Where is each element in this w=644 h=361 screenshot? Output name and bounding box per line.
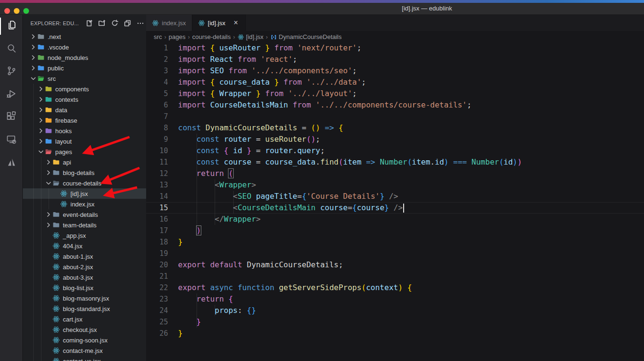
tree-item-label: checkout.jsx	[63, 326, 97, 333]
tree-item-event-details[interactable]: event-details	[23, 209, 146, 220]
tree-item-checkout.jsx[interactable]: checkout.jsx	[23, 324, 146, 335]
tree-item-hooks[interactable]: hooks	[23, 126, 146, 136]
tree-item-data[interactable]: data	[23, 105, 146, 115]
code-line-20[interactable]: 20export default DynamicCourseDetails;	[146, 259, 644, 271]
tree-item-[id].jsx[interactable]: [id].jsx	[23, 188, 146, 199]
tree-item-public[interactable]: public	[23, 63, 146, 73]
code-line-12[interactable]: 12 return (	[146, 168, 644, 179]
code-line-23[interactable]: 23 return {	[146, 293, 644, 305]
code-line-26[interactable]: 26}	[146, 328, 644, 339]
breadcrumb-item-course-details[interactable]: course-details	[192, 33, 231, 40]
tree-indent-spacer	[45, 284, 52, 292]
tree-item-contact-us.jsx[interactable]: contact-us.jsx	[23, 356, 146, 361]
code-token: import	[178, 78, 210, 87]
code-line-15[interactable]: 15 <CourseDetailsMain course={course} />	[146, 202, 644, 214]
tree-item-coming-soon.jsx[interactable]: coming-soon.jsx	[23, 335, 146, 345]
code-token: :	[238, 306, 242, 315]
code-line-16[interactable]: 16 </Wrapper>	[146, 214, 644, 225]
code-line-18[interactable]: 18}	[146, 236, 644, 248]
minimize-window-button[interactable]	[14, 8, 20, 14]
tree-item-course-details[interactable]: course-details	[23, 178, 146, 188]
code-line-19[interactable]: 19	[146, 248, 644, 259]
tree-item-index.jsx[interactable]: index.jsx	[23, 199, 146, 209]
tree-item-node_modules[interactable]: node_modules	[23, 52, 146, 63]
code-line-21[interactable]: 21	[146, 271, 644, 282]
activity-item-extensions[interactable]	[0, 106, 22, 129]
code-line-22[interactable]: 22export async function getServerSidePro…	[146, 282, 644, 293]
code-line-13[interactable]: 13 <Wrapper>	[146, 179, 644, 191]
tree-item-blog-details[interactable]: blog-details	[23, 167, 146, 178]
activity-item-search[interactable]	[0, 38, 22, 60]
activity-item-run-debug[interactable]	[0, 83, 22, 106]
breadcrumb-item-DynamicCourseDetails[interactable]: DynamicCourseDetails	[270, 33, 342, 40]
tree-item-team-details[interactable]: team-details	[23, 220, 146, 230]
folder-icon	[45, 148, 52, 156]
activity-item-explorer[interactable]	[0, 15, 22, 38]
tree-item-404.jsx[interactable]: 404.jsx	[23, 241, 146, 251]
tree-item-cart.jsx[interactable]: cart.jsx	[23, 314, 146, 324]
code-token: ;	[361, 78, 366, 87]
tree-item-.vscode[interactable]: .vscode	[23, 42, 146, 52]
breadcrumb-item-[id].jsx[interactable]: [id].jsx	[238, 33, 264, 40]
tree-item-api[interactable]: api	[23, 157, 146, 167]
code-line-6[interactable]: 6import CourseDetailsMain from '../../co…	[146, 99, 644, 111]
tree-item-blog-list.jsx[interactable]: blog-list.jsx	[23, 283, 146, 293]
refresh-icon[interactable]	[110, 19, 119, 28]
tree-item-components[interactable]: components	[23, 84, 146, 94]
close-window-button[interactable]	[4, 8, 10, 14]
tree-indent-guide	[41, 293, 41, 303]
tab-[id].jsx[interactable]: [id].jsx×	[192, 15, 246, 31]
code-line-content: const DynamicCourseDetails = () => {	[168, 122, 644, 134]
tree-item-about-1.jsx[interactable]: about-1.jsx	[23, 251, 146, 262]
vscode-window: [id].jsx — edublink EXPLORER: EDU... .ne…	[0, 0, 644, 361]
tree-item-.next[interactable]: .next	[23, 31, 146, 42]
tree-item-contexts[interactable]: contexts	[23, 94, 146, 105]
collapse-folders-icon[interactable]	[123, 19, 132, 28]
tree-item-blog-standard.jsx[interactable]: blog-standard.jsx	[23, 303, 146, 314]
new-file-icon[interactable]	[85, 19, 93, 28]
tree-item-blog-masonry.jsx[interactable]: blog-masonry.jsx	[23, 293, 146, 303]
code-token: import	[178, 89, 210, 98]
tree-item-contact-me.jsx[interactable]: contact-me.jsx	[23, 345, 146, 356]
activity-item-remote-explorer[interactable]	[0, 129, 22, 152]
code-line-17[interactable]: 17 )	[146, 225, 644, 236]
code-line-7[interactable]: 7	[146, 111, 644, 122]
code-line-3[interactable]: 3import SEO from '../../components/seo';	[146, 65, 644, 77]
tree-item-pages[interactable]: pages	[23, 146, 146, 157]
new-folder-icon[interactable]	[98, 19, 106, 28]
code-line-14[interactable]: 14 <SEO pageTitle={'Course Details'} />	[146, 191, 644, 202]
code-line-8[interactable]: 8const DynamicCourseDetails = () => {	[146, 122, 644, 134]
code-line-4[interactable]: 4import { course_data } from '../../data…	[146, 77, 644, 88]
react-file-icon	[52, 336, 60, 344]
code-line-1[interactable]: 1import { useRouter } from 'next/router'…	[146, 42, 644, 54]
code-line-10[interactable]: 10 const { id } = router.query;	[146, 145, 644, 156]
tree-item-layout[interactable]: layout	[23, 136, 146, 146]
tree-indent-guide	[49, 188, 49, 199]
code-line-content: const router = useRouter();	[168, 134, 644, 145]
code-line-24[interactable]: 24 props: {}	[146, 305, 644, 316]
react-file-icon	[60, 190, 68, 197]
code-line-2[interactable]: 2import React from 'react';	[146, 54, 644, 65]
code-line-5[interactable]: 5import { Wrapper } from '../../layout';	[146, 88, 644, 99]
zoom-window-button[interactable]	[23, 8, 29, 14]
text-cursor	[403, 204, 404, 213]
tab-index.jsx[interactable]: index.jsx	[146, 15, 192, 31]
tree-item-about-3.jsx[interactable]: about-3.jsx	[23, 272, 146, 283]
code-line-9[interactable]: 9 const router = useRouter();	[146, 134, 644, 145]
activity-item-azure[interactable]	[0, 152, 22, 175]
close-tab-icon[interactable]: ×	[232, 19, 239, 27]
code-editor[interactable]: 1import { useRouter } from 'next/router'…	[146, 42, 644, 361]
code-line-11[interactable]: 11 const course = course_data.find(item …	[146, 156, 644, 168]
breadcrumb-item-src[interactable]: src	[154, 33, 162, 40]
breadcrumb-item-pages[interactable]: pages	[168, 33, 185, 40]
activity-item-source-control[interactable]	[0, 60, 22, 83]
tree-item-firebase[interactable]: firebase	[23, 115, 146, 126]
code-line-content	[168, 271, 644, 282]
code-token: item	[343, 157, 362, 166]
tree-item-src[interactable]: src	[23, 73, 146, 84]
tree-item-about-2.jsx[interactable]: about-2.jsx	[23, 262, 146, 272]
more-icon[interactable]	[136, 19, 145, 28]
folder-icon	[52, 169, 60, 176]
tree-item-_app.jsx[interactable]: _app.jsx	[23, 230, 146, 241]
code-line-25[interactable]: 25 }	[146, 316, 644, 328]
